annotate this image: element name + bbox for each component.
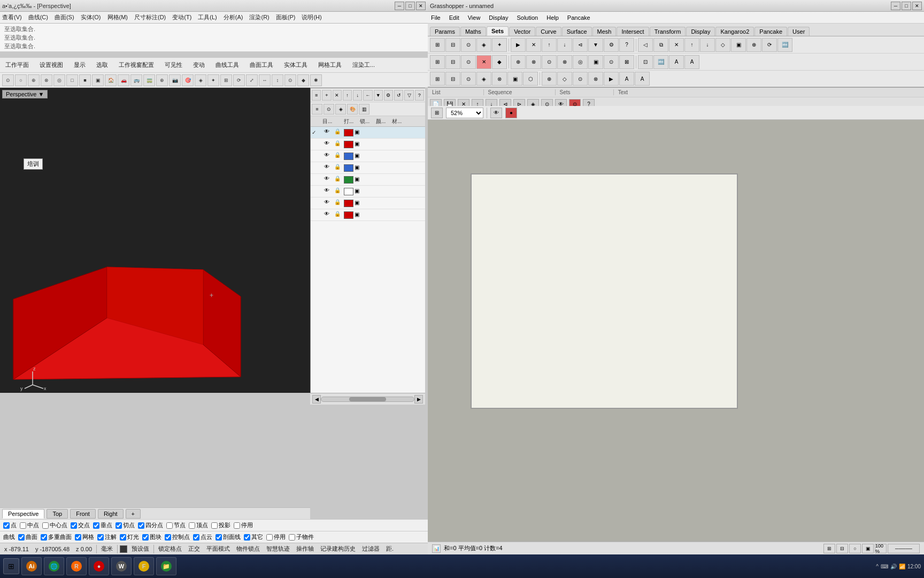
- layer-eye-icon[interactable]: 👁: [321, 152, 332, 161]
- layer-lock-icon[interactable]: 🔒: [332, 199, 343, 208]
- gh-btn3-8[interactable]: ⊕: [542, 72, 557, 86]
- layer-btn-3[interactable]: ✕: [333, 90, 342, 101]
- gh-btn-10[interactable]: ⊲: [573, 38, 588, 52]
- tool-icon-23[interactable]: ⊙: [284, 74, 296, 86]
- menu-view[interactable]: 查看(V): [2, 13, 22, 21]
- gh-zoom-dropdown[interactable]: 52% 25% 50% 75% 100%: [446, 108, 483, 118]
- layer-color-swatch[interactable]: [344, 176, 353, 184]
- gh-btn-19[interactable]: ◇: [715, 38, 730, 52]
- check-project[interactable]: 投影: [211, 521, 230, 529]
- layer-color-swatch[interactable]: [344, 164, 353, 172]
- layer-eye-icon[interactable]: 👁: [321, 199, 332, 208]
- layer-color-swatch[interactable]: [344, 153, 353, 160]
- gh-btn3-12[interactable]: ▶: [604, 72, 619, 86]
- layer-btn-11[interactable]: ?: [415, 90, 424, 101]
- layer-eye-icon[interactable]: 👁: [321, 128, 332, 137]
- check-point[interactable]: 点: [3, 521, 17, 529]
- menu-mesh[interactable]: 网格(M): [107, 13, 128, 21]
- layer-btn-1[interactable]: ≡: [312, 90, 321, 101]
- gh-stats-icon[interactable]: 📊: [432, 544, 441, 553]
- gh-btn-6[interactable]: ▶: [511, 38, 526, 52]
- layer-btn2-5[interactable]: ▥: [359, 104, 369, 115]
- gh-grid-icon[interactable]: ⊞: [431, 108, 443, 118]
- gh-btn-5[interactable]: ✦: [492, 38, 507, 52]
- tool-solid[interactable]: 实体工具: [281, 60, 311, 70]
- gh-btn2-17[interactable]: A: [684, 55, 699, 69]
- gh-canvas-area[interactable]: [428, 120, 924, 559]
- gh-minimize[interactable]: ─: [891, 2, 900, 10]
- menu-transform[interactable]: 变动(T): [172, 13, 191, 21]
- check-lights[interactable]: 灯光: [120, 533, 139, 541]
- tool-icon-8[interactable]: ▣: [92, 74, 104, 86]
- gh-btn3-4[interactable]: ◈: [476, 72, 491, 86]
- check-polysurface[interactable]: 多重曲面: [41, 533, 72, 541]
- taskbar-app-3[interactable]: R: [66, 557, 87, 575]
- gh-btn-20[interactable]: ▣: [731, 38, 746, 52]
- gh-bottom-btn3[interactable]: ○: [849, 544, 861, 553]
- gh-btn-4[interactable]: ◈: [476, 38, 491, 52]
- tray-icon-2[interactable]: ⌨: [881, 564, 888, 569]
- gh-btn2-1[interactable]: ⊞: [430, 55, 445, 69]
- gh-bottom-btn4[interactable]: ▣: [862, 544, 874, 553]
- gh-btn3-6[interactable]: ▣: [507, 72, 522, 86]
- layer-lock-icon[interactable]: 🔒: [332, 152, 343, 161]
- tool-icon-11[interactable]: 🚌: [130, 74, 142, 86]
- menu-tools[interactable]: 工具(L): [198, 13, 217, 21]
- tool-icon-19[interactable]: ⟳: [233, 74, 245, 86]
- check-midpoint[interactable]: 中点: [20, 521, 39, 529]
- layer-scroll-bar[interactable]: ◀ ▶: [310, 393, 425, 405]
- layer-row[interactable]: 👁 🔒 ▣: [311, 162, 425, 174]
- gh-tab-intersect[interactable]: Intersect: [617, 27, 649, 36]
- layer-btn-9[interactable]: ↺: [394, 90, 403, 101]
- win-start-button[interactable]: ⊞: [3, 558, 19, 574]
- check-other[interactable]: 其它: [244, 533, 263, 541]
- gh-bottom-btn1[interactable]: ⊞: [823, 544, 835, 553]
- tool-setview[interactable]: 设置视图: [36, 60, 66, 70]
- gh-tab-surface[interactable]: Surface: [562, 27, 592, 36]
- layer-check[interactable]: ✓: [312, 130, 321, 135]
- gh-btn3-1[interactable]: ⊞: [430, 72, 445, 86]
- layer-row[interactable]: 👁 🔒 ▣: [311, 197, 425, 209]
- check-surface[interactable]: 曲面: [18, 533, 37, 541]
- layer-lock-icon[interactable]: 🔒: [332, 140, 343, 149]
- menu-solid[interactable]: 实体(O): [81, 13, 101, 21]
- tool-icon-15[interactable]: 🎯: [182, 74, 194, 86]
- layer-lock-icon[interactable]: 🔒: [332, 176, 343, 184]
- gh-btn3-10[interactable]: ⊙: [573, 72, 588, 86]
- layer-eye-icon[interactable]: 👁: [321, 140, 332, 149]
- layer-eye-icon[interactable]: 👁: [321, 187, 332, 196]
- tool-viewport-config[interactable]: 工作视窗配置: [116, 60, 157, 70]
- gh-btn-12[interactable]: ⚙: [604, 38, 619, 52]
- gh-btn2-4[interactable]: ✕: [476, 55, 491, 69]
- menu-help[interactable]: 说明(H): [302, 13, 321, 21]
- gh-btn-11[interactable]: ▼: [588, 38, 603, 52]
- layer-btn-4[interactable]: ↑: [343, 90, 352, 101]
- taskbar-app-browser[interactable]: 🌐: [44, 557, 64, 575]
- layer-material-icon[interactable]: ▣: [355, 129, 362, 136]
- tool-icon-6[interactable]: □: [66, 74, 78, 86]
- tab-right[interactable]: Right: [98, 509, 124, 519]
- gh-tab-sets[interactable]: Sets: [487, 26, 509, 36]
- layer-color-swatch[interactable]: [344, 188, 353, 195]
- viewport-perspective-label[interactable]: Perspective ▼: [2, 90, 48, 98]
- check-perp[interactable]: 垂点: [93, 521, 112, 529]
- tool-icon-18[interactable]: ⊞: [220, 74, 232, 86]
- tool-render[interactable]: 渲染工...: [349, 60, 378, 70]
- check-knot[interactable]: 节点: [166, 521, 186, 529]
- tool-surface[interactable]: 曲面工具: [247, 60, 276, 70]
- status-planar[interactable]: 平面模式: [204, 545, 232, 553]
- tool-icon-14[interactable]: 📷: [169, 74, 181, 86]
- tool-icon-9[interactable]: 🏠: [105, 74, 117, 86]
- tray-icon-1[interactable]: ^: [876, 564, 879, 569]
- gh-btn3-13[interactable]: A: [619, 72, 634, 86]
- scroll-track[interactable]: [321, 397, 414, 402]
- tool-icon-4[interactable]: ⊗: [41, 74, 52, 86]
- gh-menu-edit[interactable]: Edit: [449, 14, 459, 21]
- tool-icon-24[interactable]: ◆: [297, 74, 309, 86]
- gh-btn2-13[interactable]: ⊠: [619, 55, 634, 69]
- taskbar-app-7[interactable]: 📁: [156, 557, 176, 575]
- layer-material-icon[interactable]: ▣: [355, 164, 362, 172]
- layer-btn2-3[interactable]: ◈: [335, 104, 346, 115]
- gh-tab-mesh[interactable]: Mesh: [592, 27, 617, 36]
- gh-btn-8[interactable]: ↑: [542, 38, 557, 52]
